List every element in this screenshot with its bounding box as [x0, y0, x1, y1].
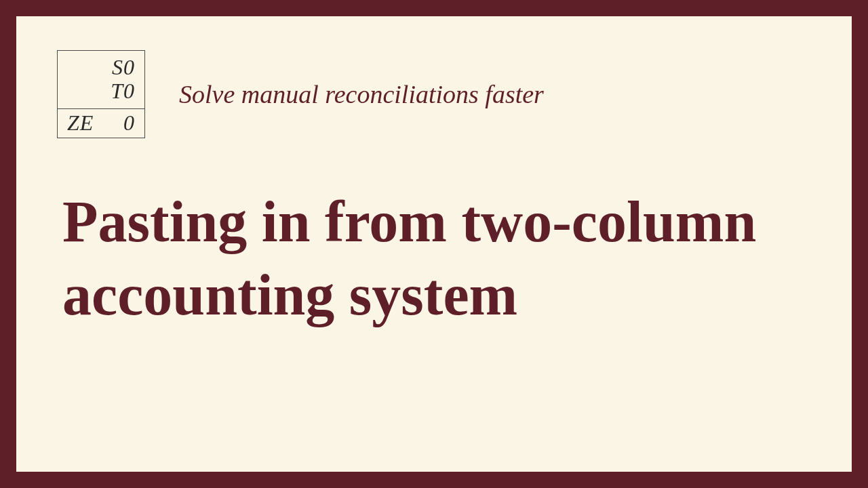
slide-header: S0 T0 ZE 0 Solve manual reconciliations …: [57, 50, 811, 138]
slide-card: S0 T0 ZE 0 Solve manual reconciliations …: [16, 16, 852, 472]
logo-bottom-section: ZE 0: [58, 108, 144, 138]
tagline-text: Solve manual reconciliations faster: [179, 79, 544, 109]
logo-text-line3-right: 0: [123, 110, 135, 136]
slide-title: Pasting in from two-column accounting sy…: [57, 186, 811, 331]
logo-top-section: S0 T0: [58, 51, 144, 108]
logo-icon: S0 T0 ZE 0: [57, 50, 145, 138]
logo-text-line3-left: ZE: [67, 110, 94, 136]
logo-text-line1: S0: [112, 56, 135, 79]
logo-text-line2: T0: [111, 79, 135, 103]
